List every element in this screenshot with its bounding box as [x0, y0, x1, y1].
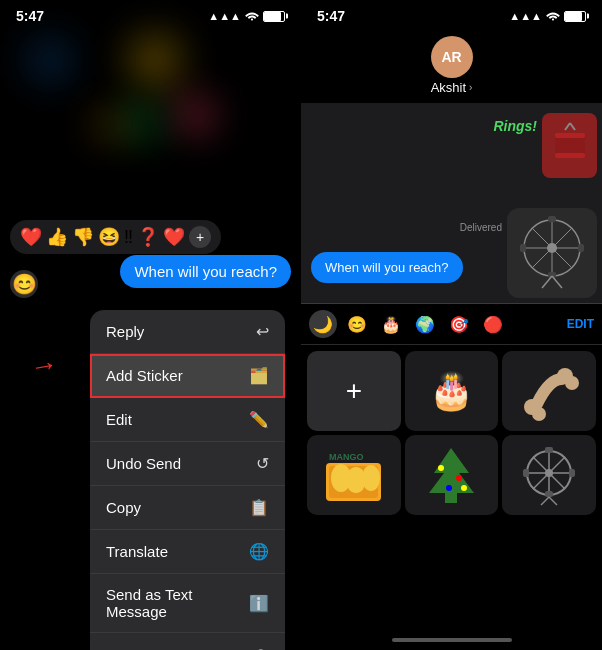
reaction-exclaim[interactable]: ‼️ [124, 227, 133, 248]
delivered-text: Delivered [460, 222, 502, 233]
menu-item-copy[interactable]: Copy 📋 [90, 486, 285, 530]
reaction-bar[interactable]: ❤️ 👍 👎 😆 ‼️ ❓ ❤️ + [10, 220, 221, 254]
battery-icon-right [564, 11, 586, 22]
menu-item-reply[interactable]: Reply ↩ [90, 310, 285, 354]
wifi-icon-left [245, 10, 259, 23]
avatar-initials: AR [441, 49, 461, 65]
sticker-bone[interactable] [502, 351, 596, 431]
reaction-thumbsdown[interactable]: 👎 [72, 226, 94, 248]
battery-icon-left [263, 11, 285, 22]
sticker-edit-button[interactable]: EDIT [567, 317, 594, 331]
svg-text:MANGO: MANGO [329, 452, 364, 462]
sticker-tab-cake[interactable]: 🎂 [377, 310, 405, 338]
copy-icon: 📋 [249, 498, 269, 517]
svg-rect-14 [520, 244, 526, 252]
reply-icon: ↩ [256, 322, 269, 341]
svg-point-31 [446, 485, 452, 491]
message-bubble-left: When will you reach? [120, 255, 291, 288]
svg-point-29 [438, 465, 444, 471]
ferris-wheel-image [507, 208, 597, 298]
svg-line-3 [565, 123, 570, 130]
svg-rect-12 [548, 216, 556, 222]
sticker-tree[interactable] [405, 435, 499, 515]
status-bar-right: 5:47 ▲▲▲ [301, 0, 602, 28]
menu-item-undo-send[interactable]: Undo Send ↺ [90, 442, 285, 486]
sticker-tab-target[interactable]: 🎯 [445, 310, 473, 338]
menu-item-add-sticker[interactable]: Add Sticker 🗂️ [90, 354, 285, 398]
message-text-right: When will you reach? [325, 260, 449, 275]
svg-marker-28 [429, 448, 474, 503]
red-arrow: → [27, 348, 60, 384]
undo-send-label: Undo Send [106, 455, 181, 472]
drum-sticker [542, 113, 597, 178]
bg-decoration-4 [130, 110, 155, 135]
reaction-thumbsup[interactable]: 👍 [46, 226, 68, 248]
time-right: 5:47 [317, 8, 345, 24]
avatar: AR [431, 36, 473, 78]
reaction-haha[interactable]: 😆 [98, 226, 120, 248]
svg-line-4 [570, 123, 575, 130]
right-panel: 5:47 ▲▲▲ AR Akshit › Rings! [301, 0, 602, 650]
svg-line-16 [542, 276, 552, 288]
sticker-tab-moon[interactable]: 🌙 [309, 310, 337, 338]
send-text-icon: ℹ️ [249, 594, 269, 613]
signal-icon-left: ▲▲▲ [208, 10, 241, 22]
status-icons-right: ▲▲▲ [509, 10, 586, 23]
status-bar-left: 5:47 ▲▲▲ [0, 0, 301, 28]
contact-header[interactable]: AR Akshit › [301, 28, 602, 103]
menu-item-translate[interactable]: Translate 🌐 [90, 530, 285, 574]
sticker-tabs: 🌙 😊 🎂 🌍 🎯 🔴 EDIT [301, 304, 602, 345]
sticker-tab-red[interactable]: 🔴 [479, 310, 507, 338]
reaction-redheart[interactable]: ❤️ [163, 226, 185, 248]
sticker-tab-globe[interactable]: 🌍 [411, 310, 439, 338]
chat-area: Rings! [301, 103, 602, 303]
more-label: More... [106, 646, 153, 651]
copy-label: Copy [106, 499, 141, 516]
rings-text: Rings! [493, 118, 537, 134]
sticker-tab-smile[interactable]: 😊 [343, 310, 371, 338]
reaction-heart[interactable]: ❤️ [20, 226, 42, 248]
sticker-grid: + 🎂 [301, 345, 602, 521]
battery-fill-left [264, 12, 281, 21]
contact-name[interactable]: Akshit › [431, 80, 473, 95]
translate-label: Translate [106, 543, 168, 560]
reply-label: Reply [106, 323, 144, 340]
svg-rect-42 [569, 469, 575, 477]
send-text-label: Send as Text Message [106, 586, 249, 620]
cake-sticker-emoji: 🎂 [429, 370, 474, 412]
left-panel: 5:47 ▲▲▲ 😊 When will you reach? ❤️ 👍 👎 😆… [0, 0, 301, 650]
svg-rect-1 [555, 133, 585, 138]
menu-item-send-text[interactable]: Send as Text Message ℹ️ [90, 574, 285, 633]
svg-rect-2 [555, 153, 585, 158]
svg-point-19 [532, 407, 546, 421]
chevron-right-icon: › [469, 82, 472, 93]
more-icon: ☺ [253, 645, 269, 650]
svg-point-26 [362, 465, 380, 491]
sticker-add-button[interactable]: + [307, 351, 401, 431]
sticker-panel: 🌙 😊 🎂 🌍 🎯 🔴 EDIT + 🎂 [301, 303, 602, 521]
reaction-more[interactable]: + [189, 226, 211, 248]
translate-icon: 🌐 [249, 542, 269, 561]
battery-fill-right [565, 12, 582, 21]
sticker-cake[interactable]: 🎂 [405, 351, 499, 431]
bg-decoration-5 [100, 115, 120, 135]
svg-rect-15 [578, 244, 584, 252]
message-text-left: When will you reach? [134, 263, 277, 280]
add-plus-icon: + [346, 375, 362, 407]
undo-icon: ↺ [256, 454, 269, 473]
svg-point-21 [565, 376, 579, 390]
sticker-mango[interactable]: MANGO [307, 435, 401, 515]
edit-label: Edit [106, 411, 132, 428]
add-sticker-label: Add Sticker [106, 367, 183, 384]
context-menu: Reply ↩ Add Sticker 🗂️ Edit ✏️ Undo Send… [90, 310, 285, 650]
sticker-ferris[interactable] [502, 435, 596, 515]
svg-line-43 [541, 497, 549, 505]
svg-point-30 [456, 475, 462, 481]
menu-item-more[interactable]: More... ☺ [90, 633, 285, 650]
bg-decoration-3 [180, 100, 210, 130]
svg-point-32 [461, 485, 467, 491]
reaction-question[interactable]: ❓ [137, 226, 159, 248]
emoji-picker-icon[interactable]: 😊 [10, 270, 38, 298]
menu-item-edit[interactable]: Edit ✏️ [90, 398, 285, 442]
bg-decoration-2 [130, 35, 180, 85]
